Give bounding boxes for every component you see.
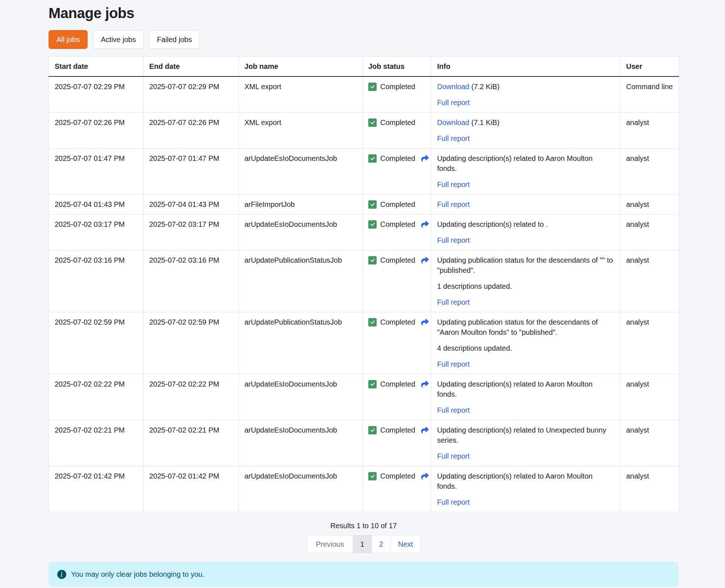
job-status-cell: Completed [362, 113, 431, 149]
job-status-cell: Completed [362, 214, 431, 250]
pagination-page-1[interactable]: 1 [353, 535, 372, 553]
table-row: 2025-07-02 03:17 PM2025-07-02 03:17 PMar… [49, 214, 679, 250]
status-label: Completed [380, 199, 415, 209]
end-date-cell: 2025-07-02 02:21 PM [143, 420, 239, 466]
col-header-info: Info [431, 57, 620, 77]
check-square-icon [368, 380, 377, 388]
download-line: Download (7.1 KiB) [437, 117, 614, 128]
status-label: Completed [380, 425, 415, 435]
full-report-link[interactable]: Full report [437, 452, 470, 460]
check-square-icon [368, 154, 377, 163]
info-text: Updating description(s) related to Unexp… [437, 425, 614, 445]
info-cell: Download (7.2 KiB)Full report [431, 76, 620, 113]
info-text: Updating description(s) related to Aaron… [437, 471, 614, 491]
full-report-link[interactable]: Full report [437, 498, 470, 506]
info-cell: Download (7.1 KiB)Full report [431, 113, 620, 149]
check-square-icon [368, 472, 377, 480]
pagination-page-2[interactable]: 2 [372, 535, 391, 553]
full-report-link[interactable]: Full report [437, 406, 470, 414]
filter-active-jobs-button[interactable]: Active jobs [93, 30, 144, 49]
job-name-cell: arUpdateEsIoDocumentsJob [239, 466, 362, 512]
full-report-link[interactable]: Full report [437, 360, 470, 368]
pagination-previous[interactable]: Previous [307, 535, 353, 553]
download-size: (7.2 KiB) [469, 83, 499, 91]
info-text: 1 descriptions updated. [437, 281, 614, 291]
pagination-next[interactable]: Next [390, 535, 420, 553]
status-label: Completed [380, 379, 415, 389]
job-name-cell: arUpdatePublicationStatusJob [239, 312, 362, 374]
info-alert: You may only clear jobs belonging to you… [49, 562, 679, 587]
user-cell: analyst [620, 466, 679, 512]
job-status-cell: Completed [362, 250, 431, 312]
info-circle-icon [57, 570, 66, 579]
info-cell: Updating description(s) related to Unexp… [431, 420, 620, 466]
full-report-link[interactable]: Full report [437, 134, 470, 142]
full-report-line: Full report [437, 297, 614, 307]
start-date-cell: 2025-07-02 02:22 PM [49, 374, 143, 420]
full-report-link[interactable]: Full report [437, 298, 470, 306]
filter-all-jobs-button[interactable]: All jobs [49, 30, 88, 49]
info-text: Updating description(s) related to . [437, 219, 614, 229]
download-line: Download (7.2 KiB) [437, 82, 614, 92]
full-report-line: Full report [437, 405, 614, 415]
info-cell: Updating description(s) related to Aaron… [431, 374, 620, 420]
job-name-cell: arFileImportJob [239, 195, 362, 214]
job-name-cell: XML export [239, 76, 362, 113]
table-row: 2025-07-02 02:22 PM2025-07-02 02:22 PMar… [49, 374, 679, 420]
share-arrow-icon[interactable] [420, 426, 429, 434]
job-name-cell: XML export [239, 113, 362, 149]
job-name-cell: arUpdateEsIoDocumentsJob [239, 214, 362, 250]
end-date-cell: 2025-07-07 02:29 PM [143, 76, 239, 113]
pagination-wrap: Previous 1 2 Next [49, 535, 679, 553]
share-arrow-icon[interactable] [420, 155, 429, 162]
share-arrow-icon[interactable] [420, 380, 429, 388]
job-status-cell: Completed [362, 466, 431, 512]
share-arrow-icon[interactable] [420, 318, 429, 326]
job-filters: All jobs Active jobs Failed jobs [49, 30, 679, 49]
status-line: Completed [368, 471, 425, 481]
end-date-cell: 2025-07-02 03:16 PM [143, 250, 239, 312]
job-status-cell: Completed [362, 374, 431, 420]
info-cell: Updating description(s) related to Aaron… [431, 466, 620, 512]
check-square-icon [368, 426, 377, 434]
status-label: Completed [380, 153, 415, 163]
col-header-user: User [620, 57, 679, 77]
user-cell: analyst [620, 149, 679, 195]
table-row: 2025-07-02 03:16 PM2025-07-02 03:16 PMar… [49, 250, 679, 312]
status-label: Completed [380, 82, 415, 92]
manage-jobs-page: Manage jobs All jobs Active jobs Failed … [0, 0, 725, 588]
share-arrow-icon[interactable] [420, 221, 429, 228]
job-status-cell: Completed [362, 149, 431, 195]
filter-failed-jobs-button[interactable]: Failed jobs [149, 30, 200, 49]
start-date-cell: 2025-07-07 01:47 PM [49, 149, 143, 195]
share-arrow-icon[interactable] [420, 257, 429, 264]
job-status-cell: Completed [362, 76, 431, 113]
results-count: Results 1 to 10 of 17 [49, 522, 679, 530]
table-row: 2025-07-04 01:43 PM2025-07-04 01:43 PMar… [49, 195, 679, 214]
info-text: Updating publication status for the desc… [437, 317, 614, 337]
start-date-cell: 2025-07-02 03:16 PM [49, 250, 143, 312]
share-arrow-icon[interactable] [420, 472, 429, 480]
download-link[interactable]: Download [437, 118, 469, 126]
job-name-cell: arUpdatePublicationStatusJob [239, 250, 362, 312]
status-line: Completed [368, 317, 425, 327]
table-row: 2025-07-02 01:42 PM2025-07-02 01:42 PMar… [49, 466, 679, 512]
start-date-cell: 2025-07-02 01:42 PM [49, 466, 143, 512]
info-cell: Updating description(s) related to Aaron… [431, 149, 620, 195]
status-line: Completed [368, 199, 425, 209]
table-row: 2025-07-07 02:29 PM2025-07-07 02:29 PMXM… [49, 76, 679, 113]
download-link[interactable]: Download [437, 83, 469, 91]
check-square-icon [368, 318, 377, 326]
full-report-link[interactable]: Full report [437, 200, 470, 208]
full-report-link[interactable]: Full report [437, 236, 470, 244]
col-header-start-date: Start date [49, 57, 143, 77]
end-date-cell: 2025-07-04 01:43 PM [143, 195, 239, 214]
info-text: Updating description(s) related to Aaron… [437, 153, 614, 174]
status-label: Completed [380, 117, 415, 128]
full-report-link[interactable]: Full report [437, 180, 470, 188]
status-line: Completed [368, 219, 425, 229]
check-square-icon [368, 200, 377, 209]
user-cell: analyst [620, 113, 679, 149]
full-report-link[interactable]: Full report [437, 99, 470, 107]
status-label: Completed [380, 471, 415, 481]
